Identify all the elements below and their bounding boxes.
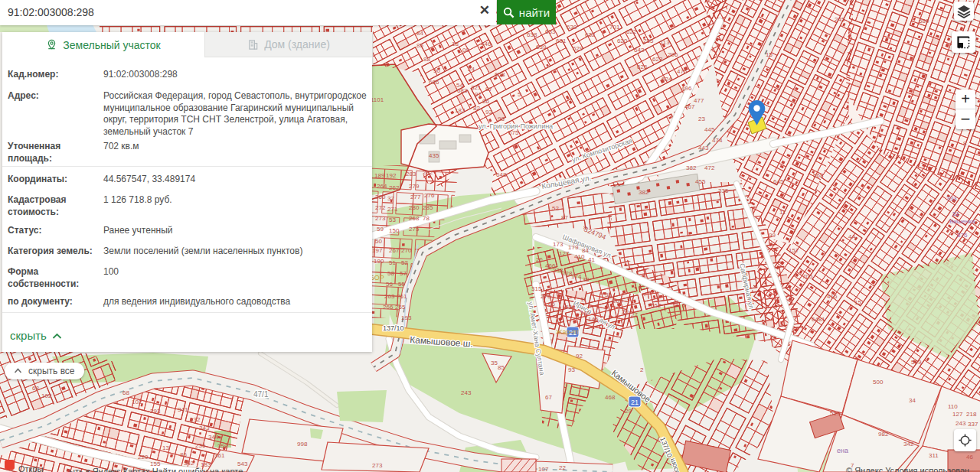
svg-text:382: 382 [639, 189, 649, 196]
svg-text:648: 648 [496, 171, 507, 178]
svg-text:245: 245 [835, 16, 845, 23]
svg-text:34: 34 [909, 397, 916, 404]
svg-text:110: 110 [948, 403, 958, 410]
svg-text:218: 218 [966, 411, 977, 418]
svg-text:113: 113 [660, 39, 670, 46]
svg-text:410: 410 [574, 253, 585, 260]
svg-text:416: 416 [827, 293, 838, 300]
svg-text:652: 652 [651, 302, 662, 309]
svg-text:91: 91 [475, 91, 482, 98]
svg-text:58: 58 [387, 270, 394, 277]
svg-text:280: 280 [409, 204, 420, 211]
svg-text:633: 633 [545, 28, 556, 35]
svg-text:84: 84 [416, 30, 423, 37]
svg-text:2: 2 [640, 366, 644, 373]
svg-text:54: 54 [456, 82, 463, 89]
svg-text:55: 55 [398, 281, 405, 288]
svg-text:15: 15 [854, 299, 861, 306]
svg-text:87: 87 [485, 86, 492, 93]
svg-text:341: 341 [178, 406, 188, 413]
svg-text:99: 99 [769, 232, 776, 239]
svg-text:467: 467 [684, 103, 695, 110]
svg-text:197: 197 [372, 247, 383, 254]
svg-text:107: 107 [538, 466, 549, 472]
svg-text:220: 220 [138, 454, 149, 461]
svg-text:623: 623 [652, 56, 663, 63]
svg-text:37: 37 [387, 195, 394, 202]
svg-text:51: 51 [389, 259, 396, 266]
svg-text:137/10: 137/10 [383, 324, 404, 332]
svg-text:86: 86 [482, 98, 489, 105]
svg-text:269: 269 [612, 298, 623, 304]
svg-text:© Яндекс Условия использован: © Яндекс Условия использован [846, 466, 969, 472]
svg-text:255: 255 [643, 37, 654, 44]
svg-text:622: 622 [626, 28, 637, 35]
svg-text:86: 86 [180, 451, 187, 458]
svg-text:ена: ена [837, 447, 848, 454]
svg-text:193: 193 [401, 314, 412, 321]
svg-text:624: 624 [662, 76, 672, 83]
svg-text:29: 29 [625, 408, 632, 415]
svg-text:455: 455 [695, 178, 706, 185]
svg-text:26: 26 [536, 256, 543, 263]
svg-text:68: 68 [122, 389, 129, 396]
svg-text:675: 675 [508, 129, 519, 136]
svg-text:358: 358 [217, 443, 228, 450]
svg-text:446: 446 [481, 41, 492, 47]
svg-text:445: 445 [704, 126, 715, 133]
svg-text:519: 519 [830, 410, 841, 417]
svg-text:127: 127 [559, 250, 570, 257]
svg-text:642: 642 [634, 47, 645, 54]
svg-text:435: 435 [429, 152, 439, 159]
svg-text:626: 626 [637, 63, 648, 70]
svg-text:09: 09 [462, 47, 469, 54]
svg-text:132: 132 [190, 416, 201, 423]
svg-text:82: 82 [473, 105, 480, 112]
svg-text:5: 5 [518, 91, 521, 98]
svg-text:361: 361 [214, 452, 225, 459]
svg-text:Жар-пт: Жар-пт [556, 328, 579, 336]
svg-text:236: 236 [195, 442, 206, 449]
svg-text:53: 53 [389, 216, 396, 223]
svg-text:88: 88 [423, 56, 430, 63]
svg-text:31: 31 [605, 291, 612, 298]
svg-text:293: 293 [150, 408, 161, 415]
svg-text:11: 11 [779, 209, 786, 216]
svg-text:475: 475 [677, 68, 688, 75]
svg-text:283: 283 [406, 171, 416, 177]
svg-text:47/1: 47/1 [253, 390, 269, 399]
svg-text:Откры: Откры [18, 464, 44, 472]
svg-text:335: 335 [718, 187, 729, 194]
svg-text:22: 22 [559, 464, 566, 471]
svg-text:56: 56 [386, 281, 393, 288]
svg-text:705: 705 [802, 273, 813, 280]
svg-text:638: 638 [527, 31, 537, 38]
svg-text:277: 277 [410, 194, 421, 200]
svg-text:8: 8 [963, 140, 967, 147]
svg-text:68: 68 [32, 385, 39, 392]
svg-text:645: 645 [773, 178, 784, 185]
svg-text:311: 311 [929, 452, 939, 459]
svg-text:206: 206 [668, 51, 678, 58]
svg-text:265: 265 [395, 304, 406, 311]
svg-text:93: 93 [568, 366, 575, 373]
svg-text:631: 631 [556, 37, 567, 44]
svg-text:27: 27 [631, 311, 638, 318]
svg-text:263: 263 [384, 293, 395, 300]
svg-text:102: 102 [41, 392, 52, 399]
svg-text:179: 179 [568, 244, 579, 251]
svg-text:190: 190 [374, 258, 384, 265]
svg-text:127: 127 [952, 411, 963, 418]
svg-text:268: 268 [409, 215, 420, 222]
svg-text:496: 496 [681, 85, 692, 92]
svg-text:270: 270 [401, 247, 412, 254]
svg-text:18: 18 [452, 41, 459, 47]
svg-text:262: 262 [389, 184, 400, 191]
svg-text:52: 52 [552, 205, 559, 212]
svg-text:267: 267 [389, 247, 400, 254]
svg-text:285: 285 [423, 204, 433, 211]
svg-text:342: 342 [184, 460, 194, 467]
svg-text:538: 538 [565, 304, 576, 311]
svg-text:243: 243 [461, 389, 472, 396]
svg-text:78: 78 [423, 215, 430, 222]
